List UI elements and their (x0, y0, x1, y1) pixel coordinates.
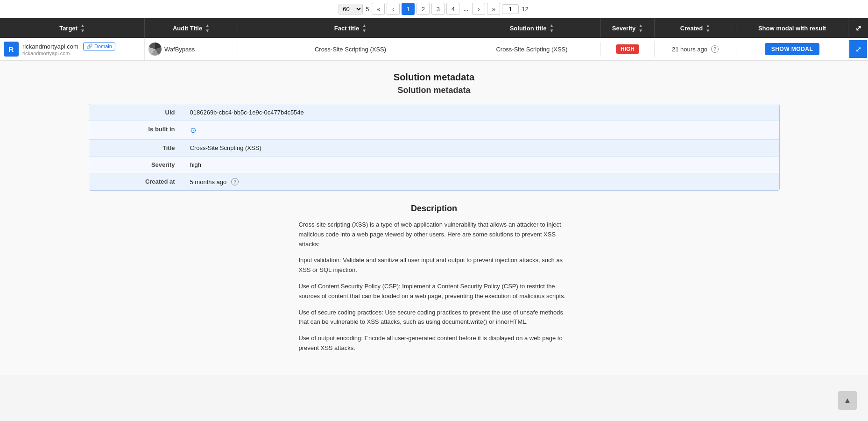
created-value: 21 hours ago (672, 46, 707, 53)
created-at-value: 5 months ago ? (183, 173, 779, 190)
first-page-button[interactable]: « (372, 3, 385, 15)
col-header-target[interactable]: Target ▲▼ (0, 18, 145, 38)
severity-meta-value: high (183, 157, 779, 173)
title-value: Cross-Site Scripting (XSS) (183, 140, 779, 156)
td-solution: Cross-Site Scripting (XSS) (463, 42, 601, 57)
created-info-icon: ? (711, 45, 719, 53)
sort-icon-fact: ▲▼ (362, 23, 367, 33)
desc-para-1: Cross-site scripting (XSS) is a type of … (299, 220, 570, 249)
created-at-label: Created at (89, 173, 183, 190)
description-content: Cross-site scripting (XSS) is a type of … (299, 220, 570, 353)
page-ellipsis: ... (461, 3, 470, 15)
page-2-button[interactable]: 2 (416, 3, 430, 15)
domain-badge-label: Domain (94, 43, 112, 49)
avatar: R (4, 42, 19, 57)
desc-para-3: Use of Content Security Policy (CSP): Im… (299, 282, 570, 301)
severity-meta-label: Severity (89, 157, 183, 173)
col-header-show-modal: Show modal with result (736, 18, 848, 38)
sort-icon-created: ▲▼ (706, 23, 710, 33)
col-header-severity[interactable]: Severity ▲▼ (601, 18, 655, 38)
target-domain: rickandmortyapi.com (22, 43, 78, 50)
meta-row-title: Title Cross-Site Scripting (XSS) (89, 140, 779, 157)
col-header-expand: ⤢ (848, 18, 868, 38)
total-pages: 12 (521, 6, 529, 13)
td-severity: HIGH (601, 41, 655, 57)
link-icon: 🔗 (86, 43, 93, 50)
page-4-button[interactable]: 4 (446, 3, 459, 15)
td-show-modal: SHOW MODAL (736, 39, 848, 59)
solution-title-value: Cross-Site Scripting (XSS) (496, 46, 567, 53)
prev-page-button[interactable]: ‹ (387, 3, 400, 15)
td-audit: WafBypass (145, 39, 238, 59)
table-header: Target ▲▼ Audit Title ▲▼ Fact title ▲▼ S… (0, 18, 868, 38)
meta-row-severity: Severity high (89, 157, 779, 173)
meta-row-created-at: Created at 5 months ago ? (89, 173, 779, 190)
check-icon: ⊙ (190, 126, 196, 135)
page-jump-input[interactable] (502, 4, 519, 14)
sort-icon-severity: ▲▼ (638, 23, 643, 33)
built-in-value: ⊙ (183, 121, 779, 139)
expand-button[interactable]: ⤢ (849, 40, 867, 58)
sort-icon-target: ▲▼ (80, 23, 85, 33)
col-header-audit[interactable]: Audit Title ▲▼ (145, 18, 238, 38)
uid-label: Uid (89, 104, 183, 121)
table-row: R rickandmortyapi.com 🔗 Domain rickandmo… (0, 38, 868, 61)
description-title: Description (19, 204, 849, 214)
td-target: R rickandmortyapi.com 🔗 Domain rickandmo… (0, 38, 145, 60)
page-3-button[interactable]: 3 (431, 3, 445, 15)
target-subdomain: rickandmortyapi.com (22, 50, 115, 56)
last-page-button[interactable]: » (487, 3, 500, 15)
meta-row-built-in: Is built in ⊙ (89, 121, 779, 140)
per-page-select[interactable]: 10 25 60 100 (339, 4, 363, 14)
metadata-table: Uid 0186269b-cbc4-bb5c-1e9c-0c477b4c554e… (89, 104, 780, 191)
next-page-button[interactable]: › (472, 3, 485, 15)
domain-badge[interactable]: 🔗 Domain (83, 43, 115, 50)
title-label: Title (89, 140, 183, 156)
col-header-fact[interactable]: Fact title ▲▼ (238, 18, 463, 38)
sort-icon-audit: ▲▼ (205, 23, 210, 33)
built-in-label: Is built in (89, 121, 183, 139)
show-modal-button[interactable]: SHOW MODAL (765, 43, 820, 55)
target-info: rickandmortyapi.com 🔗 Domain rickandmort… (22, 43, 115, 56)
detail-panel-title: Solution metadata (19, 72, 849, 83)
audit-icon (148, 43, 162, 56)
td-expand[interactable]: ⤢ (848, 40, 868, 58)
td-created: 21 hours ago ? (655, 42, 736, 57)
desc-para-5: Use of output encoding: Encode all user-… (299, 334, 570, 353)
sort-icon-solution: ▲▼ (549, 23, 554, 33)
desc-para-4: Use of secure coding practices: Use secu… (299, 308, 570, 328)
uid-value: 0186269b-cbc4-bb5c-1e9c-0c477b4c554e (183, 104, 779, 121)
created-at-info-icon: ? (231, 178, 239, 186)
col-header-created[interactable]: Created ▲▼ (655, 18, 736, 38)
detail-panel-subtitle: Solution metadata (19, 86, 849, 95)
detail-panel: Solution metadata Solution metadata Uid … (0, 61, 868, 375)
per-page-value: 5 (365, 6, 370, 13)
fact-title-value: Cross-Site Scripting (XSS) (315, 46, 386, 53)
page-1-button[interactable]: 1 (402, 3, 415, 15)
col-header-solution[interactable]: Solution title ▲▼ (463, 18, 601, 38)
severity-badge: HIGH (616, 44, 639, 54)
audit-title-value: WafBypass (164, 46, 195, 53)
pagination-bar: 10 25 60 100 5 « ‹ 1 2 3 4 ... › » 12 (0, 0, 868, 18)
meta-row-uid: Uid 0186269b-cbc4-bb5c-1e9c-0c477b4c554e (89, 104, 779, 121)
desc-para-2: Input validation: Validate and sanitize … (299, 256, 570, 275)
td-fact: Cross-Site Scripting (XSS) (238, 42, 463, 57)
